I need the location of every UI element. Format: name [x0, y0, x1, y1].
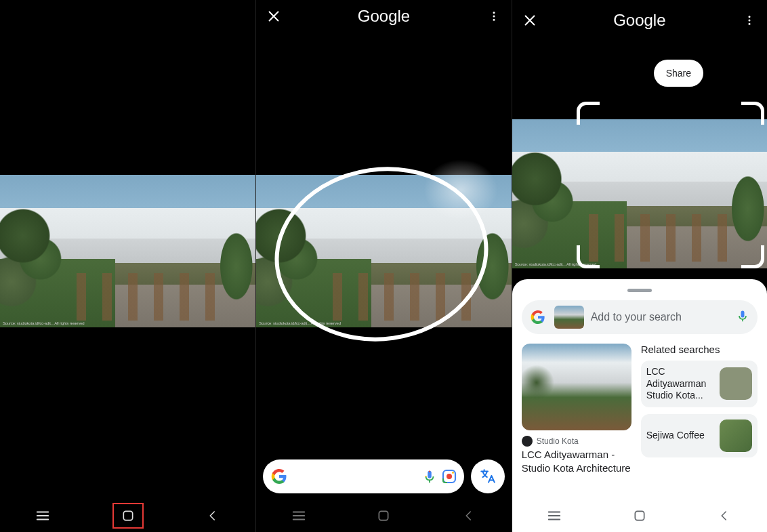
recents-button[interactable]	[29, 502, 56, 529]
viewed-photo: Source: studiokota.id/lcc-adit... All ri…	[256, 175, 511, 327]
google-g-icon	[270, 467, 289, 486]
svg-point-2	[493, 16, 495, 18]
share-button[interactable]: Share	[654, 60, 703, 87]
svg-point-12	[748, 20, 750, 22]
close-icon[interactable]	[522, 12, 538, 28]
query-thumbnail	[554, 306, 584, 329]
search-pill[interactable]	[263, 459, 463, 493]
svg-point-11	[748, 16, 750, 18]
related-search-chip[interactable]: Sejiwa Coffee	[641, 414, 758, 457]
svg-point-13	[748, 23, 750, 25]
svg-point-3	[493, 19, 495, 21]
related-thumb	[720, 367, 752, 400]
svg-rect-6	[425, 476, 426, 477]
screenshot-step-1: Source: studiokota.id/lcc-adit... All ri…	[0, 0, 255, 532]
crop-handle-tl[interactable]	[577, 102, 600, 125]
more-icon[interactable]	[741, 12, 758, 28]
lens-top-bar: Google	[256, 0, 511, 33]
result-source-label: Studio Kota	[537, 436, 579, 446]
home-button[interactable]	[626, 502, 653, 529]
related-label: LCC Adityawarman Studio Kota...	[646, 366, 714, 402]
results-row: Studio Kota LCC Adityawarman - Studio Ko…	[522, 344, 758, 474]
mic-icon[interactable]	[422, 469, 437, 484]
results-bottom-sheet[interactable]: Add to your search Studio Kota LCC Adity…	[512, 279, 767, 499]
android-nav-bar	[512, 499, 767, 532]
lens-top-bar: Google	[512, 0, 767, 41]
back-button[interactable]	[455, 502, 482, 529]
favicon-icon	[522, 436, 533, 447]
search-toolbar	[263, 459, 504, 494]
related-thumb	[720, 420, 752, 452]
related-heading: Related searches	[641, 344, 758, 355]
back-button[interactable]	[711, 502, 738, 529]
add-to-search-placeholder: Add to your search	[591, 311, 729, 323]
screenshot-step-3: Google Share Source: studiokota.id/lcc-a…	[512, 0, 767, 532]
svg-point-5	[429, 471, 430, 472]
sheet-grabber[interactable]	[627, 289, 652, 292]
svg-point-8	[447, 474, 452, 479]
google-logo: Google	[282, 7, 485, 26]
svg-rect-10	[379, 511, 388, 520]
photo-watermark: Source: studiokota.id/lcc-adit... All ri…	[3, 321, 84, 325]
recents-button[interactable]	[285, 502, 312, 529]
photo-watermark: Source: studiokota.id/lcc-adit... All ri…	[259, 321, 340, 325]
mic-icon[interactable]	[736, 309, 751, 325]
google-logo: Google	[538, 11, 741, 30]
result-title: LCC Adityawarman - Studio Kota Architect…	[522, 448, 631, 474]
android-nav-bar	[256, 499, 511, 532]
google-g-icon	[528, 308, 547, 327]
home-button[interactable]	[370, 502, 397, 529]
related-search-chip[interactable]: LCC Adityawarman Studio Kota...	[641, 361, 758, 407]
svg-point-9	[452, 472, 454, 474]
screenshot-step-2: Google Source: studiokota.id/lcc-adit...…	[255, 0, 511, 532]
related-searches: Related searches LCC Adityawarman Studio…	[641, 344, 758, 474]
recents-button[interactable]	[541, 502, 568, 529]
home-button-highlight	[112, 503, 144, 529]
viewed-photo: Source: studiokota.id/lcc-adit... All ri…	[0, 175, 255, 327]
translate-button[interactable]	[471, 459, 505, 493]
lens-icon[interactable]	[441, 468, 457, 485]
more-icon[interactable]	[486, 8, 502, 24]
add-to-search-bar[interactable]: Add to your search	[522, 300, 758, 334]
match-thumbnail	[522, 344, 631, 430]
visual-match-card[interactable]: Studio Kota LCC Adityawarman - Studio Ko…	[522, 344, 631, 474]
crop-handle-br[interactable]	[741, 245, 764, 268]
svg-point-1	[493, 12, 495, 14]
related-label: Sejiwa Coffee	[646, 430, 714, 442]
result-source: Studio Kota	[522, 436, 631, 447]
svg-rect-14	[635, 511, 644, 520]
crop-handle-bl[interactable]	[577, 245, 600, 268]
viewed-photo: Source: studiokota.id/lcc-adit... All ri…	[512, 119, 767, 268]
close-icon[interactable]	[266, 8, 282, 24]
crop-handle-tr[interactable]	[741, 102, 764, 125]
back-button[interactable]	[199, 502, 226, 529]
